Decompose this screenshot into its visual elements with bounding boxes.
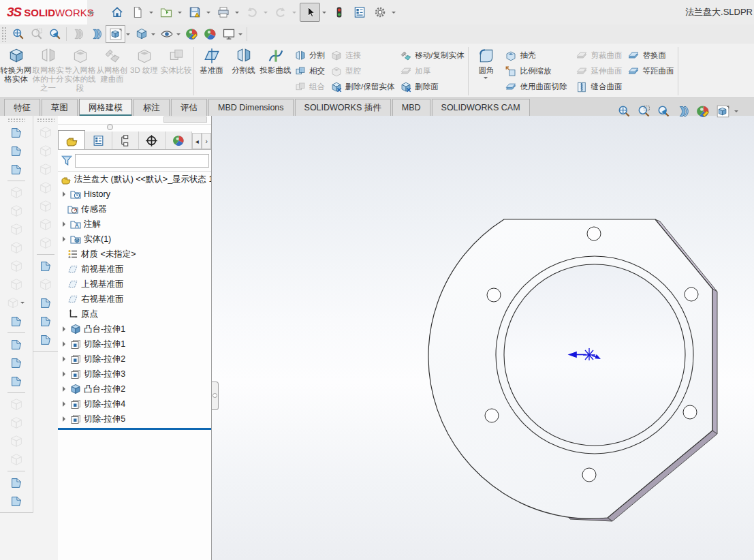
rollback-bar[interactable] [58, 428, 211, 430]
tree-item-前视基准面[interactable]: 前视基准面 [58, 262, 211, 277]
save-caret[interactable] [206, 12, 210, 16]
view-orientation-caret[interactable] [126, 33, 130, 37]
fillet-button[interactable]: 圆角 [470, 45, 502, 81]
section-view-button[interactable] [674, 102, 692, 120]
3d-texture-button[interactable]: 3D 纹理 [128, 45, 160, 75]
tabs-scroll-left[interactable]: ◂ [192, 133, 202, 149]
left-toolbar-2-tool-7-button[interactable] [35, 234, 56, 252]
command-tab-标注[interactable]: 标注 [133, 99, 170, 116]
toolbar-grip[interactable] [7, 118, 25, 122]
tree-item-凸台-拉伸1[interactable]: 凸台-拉伸1 [58, 322, 211, 337]
hide-show-caret[interactable] [176, 33, 180, 37]
expand-arrow-icon[interactable] [63, 416, 68, 422]
left-toolbar-1-tool-9-button[interactable] [6, 275, 27, 294]
tree-item-切除-拉伸1[interactable]: 切除-拉伸1 [58, 337, 211, 352]
left-toolbar-1-tool-12-button[interactable] [6, 335, 27, 354]
shell-button[interactable]: 抽壳 [502, 48, 569, 63]
logo-flyout-arrow[interactable]: ▶ [87, 0, 97, 25]
left-toolbar-1-tool-20-button[interactable] [6, 492, 27, 510]
cut-with-surface-button[interactable]: 使用曲面切除 [502, 79, 569, 95]
tabs-scroll-right[interactable]: › [202, 133, 211, 149]
previous-view-button[interactable] [655, 102, 672, 120]
split-button[interactable]: 分割 [292, 48, 328, 63]
left-toolbar-1-tool-7-button[interactable] [6, 238, 27, 257]
left-toolbar-1-tool-2-button[interactable] [6, 142, 27, 160]
tree-item-切除-拉伸2[interactable]: 切除-拉伸2 [58, 352, 211, 367]
command-list-button[interactable] [350, 3, 369, 21]
left-toolbar-2-tool-4-button[interactable] [35, 178, 56, 197]
left-toolbar-1-tool-17-button[interactable] [6, 432, 27, 450]
surface-from-mesh-button[interactable]: 从网格创建曲面 [96, 45, 128, 84]
new-document-button[interactable] [128, 3, 147, 21]
left-toolbar-1-tool-11-button[interactable] [6, 312, 27, 330]
project-curve-button[interactable]: 投影曲线 [260, 45, 292, 75]
expand-arrow-icon[interactable] [63, 386, 68, 392]
tree-item-History[interactable]: History [58, 187, 211, 202]
tab-display-manager[interactable] [166, 131, 192, 149]
trim-surface-button[interactable]: 剪裁曲面 [573, 48, 625, 63]
section-view-button[interactable] [87, 26, 106, 42]
tree-item-注解[interactable]: 注解 [58, 217, 211, 232]
select-caret[interactable] [322, 12, 326, 16]
left-toolbar-1-tool-18-button[interactable] [6, 450, 27, 469]
tab-property-manager[interactable] [85, 131, 112, 149]
left-toolbar-2-tool-2-button[interactable] [35, 142, 56, 160]
left-toolbar-1-tool-13-button[interactable] [6, 354, 27, 372]
left-toolbar-2-tool-9-button[interactable] [35, 275, 56, 294]
previous-view-button[interactable] [46, 26, 64, 42]
apply-scene-button[interactable] [201, 26, 219, 42]
command-tab-草图[interactable]: 草图 [42, 99, 78, 116]
expand-arrow-icon[interactable] [63, 371, 68, 377]
performance-indicator-button[interactable] [330, 3, 349, 21]
zoom-to-fit-button[interactable] [9, 26, 27, 42]
left-toolbar-2-tool-5-button[interactable] [35, 197, 56, 215]
combine-button[interactable]: 组合 [292, 79, 328, 95]
tree-item-材质 <未指定>[interactable]: 材质 <未指定> [58, 247, 211, 262]
body-compare-button[interactable]: 实体比较 [160, 45, 192, 75]
knit-surface-button[interactable]: 缝合曲面 [573, 79, 625, 95]
expand-arrow-icon[interactable] [63, 401, 68, 407]
tree-item-切除-拉伸4[interactable]: 切除-拉伸4 [58, 396, 211, 411]
select-button[interactable] [300, 3, 320, 22]
thicken-button[interactable]: 加厚 [397, 63, 467, 79]
command-tab-MBD[interactable]: MBD [392, 99, 430, 116]
tab-dimxpert-manager[interactable] [139, 131, 166, 149]
zoom-to-area-button[interactable] [27, 26, 46, 42]
toolbar-grip[interactable] [1, 27, 6, 42]
expand-arrow-icon[interactable] [63, 191, 68, 197]
left-toolbar-2-tool-12-button[interactable] [35, 330, 56, 349]
expand-arrow-icon[interactable] [63, 236, 68, 242]
command-tab-评估[interactable]: 评估 [171, 99, 207, 116]
decimate-mesh-body-button[interactable]: 取网格实体的十分之一 [32, 45, 64, 93]
delete-keep-body-button[interactable]: 删除/保留实体 [328, 79, 397, 95]
display-style-caret[interactable] [151, 33, 155, 37]
tree-filter-input[interactable] [75, 154, 209, 168]
left-toolbar-2-tool-11-button[interactable] [35, 312, 56, 330]
undo-caret[interactable] [264, 12, 268, 16]
print-caret[interactable] [235, 12, 239, 16]
tree-root-item[interactable]: 法兰盘大 (默认) <<默认>_显示状态 1 [58, 172, 211, 187]
command-tab-SOLIDWORKS 插件[interactable]: SOLIDWORKS 插件 [295, 99, 391, 116]
hide-show-items-button[interactable] [157, 26, 176, 42]
new-document-caret[interactable] [149, 12, 153, 16]
display-style-button[interactable] [132, 26, 151, 42]
open-caret[interactable] [178, 12, 182, 16]
expand-arrow-icon[interactable] [63, 326, 68, 332]
left-toolbar-1-tool-6-button[interactable] [6, 220, 27, 238]
open-button[interactable] [157, 3, 176, 21]
intersect-button[interactable]: 相交 [292, 63, 328, 79]
tree-item-凸台-拉伸2[interactable]: 凸台-拉伸2 [58, 382, 211, 396]
view-settings-button[interactable] [219, 26, 238, 42]
redo-button[interactable] [271, 3, 290, 21]
command-tab-网格建模[interactable]: 网格建模 [79, 99, 132, 116]
home-button[interactable] [108, 3, 127, 21]
extend-surface-button[interactable]: 延伸曲面 [573, 63, 625, 79]
left-toolbar-1-tool-10-button[interactable] [6, 294, 27, 312]
left-toolbar-1-tool-1-button[interactable] [6, 123, 27, 142]
offset-surface-button[interactable]: 等距曲面 [625, 63, 676, 79]
toolbar-grip[interactable] [37, 118, 54, 122]
tab-featuremanager-tree[interactable] [58, 130, 85, 149]
reference-plane-button[interactable]: 基准面 [195, 45, 227, 75]
insert-mesh-body-button[interactable]: 导入网格实体的线段 [64, 45, 96, 93]
view-orientation-caret[interactable] [734, 110, 738, 114]
